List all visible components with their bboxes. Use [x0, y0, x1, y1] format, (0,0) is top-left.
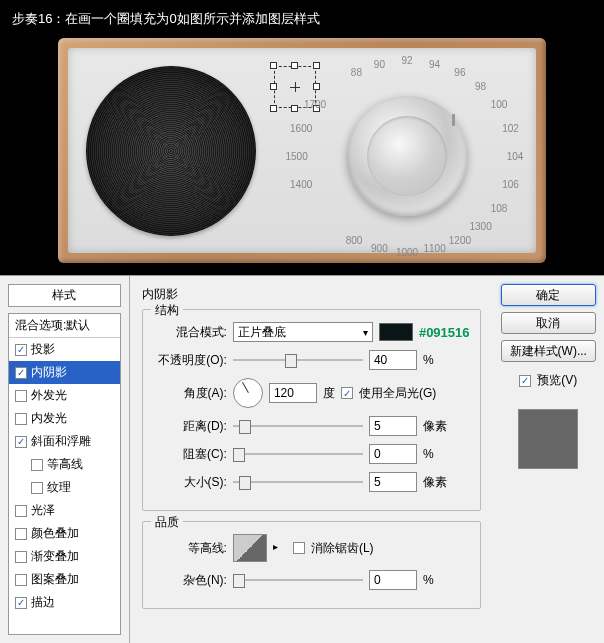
preview-checkbox[interactable] [519, 375, 531, 387]
choke-slider[interactable] [233, 445, 363, 463]
anchor-bot-left[interactable] [270, 105, 277, 112]
style-checkbox[interactable] [15, 574, 27, 586]
blend-mode-label: 混合模式: [153, 324, 227, 341]
step-caption: 步奏16：在画一个圈填充为0如图所示并添加图层样式 [0, 0, 604, 38]
styles-list: 混合选项:默认 投影内阴影外发光内发光斜面和浮雕等高线纹理光泽颜色叠加渐变叠加图… [8, 313, 121, 635]
opacity-input[interactable] [369, 350, 417, 370]
global-light-checkbox[interactable] [341, 387, 353, 399]
style-item-8[interactable]: 颜色叠加 [9, 522, 120, 545]
dialog-buttons: 确定 取消 新建样式(W)... 预览(V) [493, 276, 604, 643]
cancel-button[interactable]: 取消 [501, 312, 596, 334]
style-item-9[interactable]: 渐变叠加 [9, 545, 120, 568]
style-checkbox[interactable] [15, 390, 27, 402]
contour-picker[interactable] [233, 534, 267, 562]
tuning-dial-area: 88 90 92 94 96 98 100 102 104 106 108 10… [292, 56, 522, 256]
tuning-knob [347, 96, 467, 216]
style-checkbox[interactable] [15, 344, 27, 356]
style-item-1[interactable]: 内阴影 [9, 361, 120, 384]
noise-input[interactable] [369, 570, 417, 590]
section-title: 内阴影 [142, 284, 481, 309]
layer-style-dialog: 样式 混合选项:默认 投影内阴影外发光内发光斜面和浮雕等高线纹理光泽颜色叠加渐变… [0, 275, 604, 643]
style-item-11[interactable]: 描边 [9, 591, 120, 614]
style-checkbox[interactable] [15, 528, 27, 540]
style-item-5[interactable]: 等高线 [9, 453, 120, 476]
antialias-checkbox[interactable] [293, 542, 305, 554]
style-checkbox[interactable] [15, 413, 27, 425]
angle-input[interactable] [269, 383, 317, 403]
new-style-button[interactable]: 新建样式(W)... [501, 340, 596, 362]
angle-dial[interactable] [233, 378, 263, 408]
radio-frame: 88 90 92 94 96 98 100 102 104 106 108 10… [58, 38, 546, 263]
preview-swatch [518, 409, 578, 469]
blend-options-header[interactable]: 混合选项:默认 [9, 314, 120, 338]
style-item-6[interactable]: 纹理 [9, 476, 120, 499]
blend-mode-dropdown[interactable]: 正片叠底 [233, 322, 373, 342]
settings-panel: 内阴影 结构 混合模式: 正片叠底 #091516 不透明度(O): % 角度(… [130, 276, 493, 643]
shadow-color-swatch[interactable] [379, 323, 413, 341]
opacity-slider[interactable] [233, 351, 363, 369]
style-item-10[interactable]: 图案叠加 [9, 568, 120, 591]
style-checkbox[interactable] [15, 436, 27, 448]
size-slider[interactable] [233, 473, 363, 491]
style-checkbox[interactable] [15, 505, 27, 517]
style-item-4[interactable]: 斜面和浮雕 [9, 430, 120, 453]
quality-group: 品质 等高线: 消除锯齿(L) 杂色(N): % [142, 521, 481, 609]
speaker-grille [86, 66, 256, 236]
style-item-2[interactable]: 外发光 [9, 384, 120, 407]
distance-slider[interactable] [233, 417, 363, 435]
hex-annotation: #091516 [419, 325, 470, 340]
style-checkbox[interactable] [15, 367, 27, 379]
distance-input[interactable] [369, 416, 417, 436]
style-item-7[interactable]: 光泽 [9, 499, 120, 522]
style-item-3[interactable]: 内发光 [9, 407, 120, 430]
styles-sidebar: 样式 混合选项:默认 投影内阴影外发光内发光斜面和浮雕等高线纹理光泽颜色叠加渐变… [0, 276, 130, 643]
ok-button[interactable]: 确定 [501, 284, 596, 306]
structure-group: 结构 混合模式: 正片叠底 #091516 不透明度(O): % 角度(A): … [142, 309, 481, 511]
styles-panel-title: 样式 [8, 284, 121, 307]
style-checkbox[interactable] [15, 551, 27, 563]
anchor-top-left[interactable] [270, 62, 277, 69]
anchor-mid-left[interactable] [270, 83, 277, 90]
style-item-0[interactable]: 投影 [9, 338, 120, 361]
style-checkbox[interactable] [31, 459, 43, 471]
style-checkbox[interactable] [15, 597, 27, 609]
artwork-preview: 88 90 92 94 96 98 100 102 104 106 108 10… [0, 38, 604, 273]
noise-slider[interactable] [233, 571, 363, 589]
style-checkbox[interactable] [31, 482, 43, 494]
radio-panel: 88 90 92 94 96 98 100 102 104 106 108 10… [68, 48, 536, 253]
choke-input[interactable] [369, 444, 417, 464]
size-input[interactable] [369, 472, 417, 492]
